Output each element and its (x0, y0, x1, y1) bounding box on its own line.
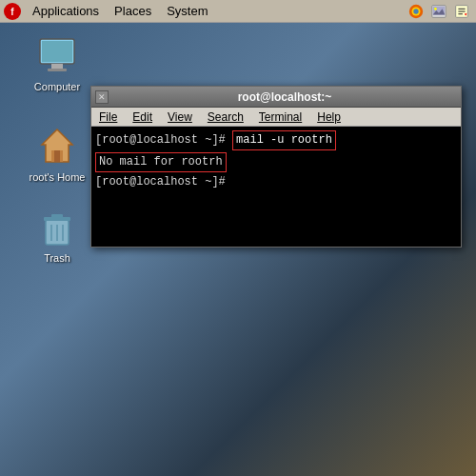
terminal-final-prompt: [root@localhost ~]# (95, 174, 226, 190)
terminal-menu-edit[interactable]: Edit (125, 108, 160, 126)
terminal-titlebar: ✕ root@localhost:~ (91, 87, 461, 108)
trash-label: Trash (19, 252, 95, 264)
computer-label: Computer (19, 81, 95, 92)
desktop: f Applications Places System (0, 0, 476, 476)
svg-rect-15 (51, 64, 63, 69)
terminal-menu-view[interactable]: View (160, 108, 200, 126)
desktop-icon-computer[interactable]: Computer (19, 33, 95, 92)
firefox-icon[interactable] (406, 1, 426, 22)
terminal-final-prompt-line: [root@localhost ~]# (95, 174, 457, 190)
taskbar: f Applications Places System (0, 0, 476, 23)
taskbar-icons (406, 1, 476, 22)
taskbar-system[interactable]: System (159, 0, 215, 22)
fedora-logo-icon[interactable]: f (2, 1, 23, 22)
taskbar-places[interactable]: Places (107, 0, 159, 22)
terminal-prompt-1: [root@localhost ~]# (95, 132, 232, 149)
svg-rect-22 (51, 214, 63, 218)
terminal-content: [root@localhost ~]# mail -u rootrh No ma… (91, 127, 461, 247)
picture-icon[interactable] (428, 1, 449, 22)
terminal-command-highlighted: mail -u rootrh (232, 130, 336, 150)
svg-rect-19 (54, 150, 60, 162)
terminal-line-1: [root@localhost ~]# mail -u rootrh (95, 130, 457, 150)
svg-rect-16 (48, 69, 67, 71)
computer-icon (34, 33, 80, 79)
terminal-menu-terminal[interactable]: Terminal (251, 108, 309, 126)
terminal-menu-file[interactable]: File (91, 108, 125, 126)
terminal-title: root@localhost:~ (112, 90, 457, 104)
svg-point-8 (434, 7, 437, 10)
desktop-icon-trash[interactable]: Trash (19, 205, 95, 264)
svg-rect-14 (42, 41, 72, 62)
home-label: root's Home (19, 171, 95, 183)
svg-point-4 (413, 9, 418, 13)
terminal-output-text: No mail for rootrh (95, 152, 227, 172)
trash-icon (34, 205, 80, 250)
desktop-icon-home[interactable]: root's Home (19, 124, 95, 183)
home-icon (34, 124, 80, 169)
editor-icon[interactable] (451, 1, 472, 22)
terminal-output-line: No mail for rootrh (95, 152, 457, 172)
terminal-menu-search[interactable]: Search (200, 108, 251, 126)
taskbar-applications[interactable]: Applications (25, 0, 107, 22)
terminal-menu-help[interactable]: Help (309, 108, 348, 126)
terminal-menubar: File Edit View Search Terminal Help (91, 108, 461, 127)
terminal-close-button[interactable]: ✕ (95, 90, 109, 104)
terminal-window: ✕ root@localhost:~ File Edit View Search… (90, 86, 462, 248)
